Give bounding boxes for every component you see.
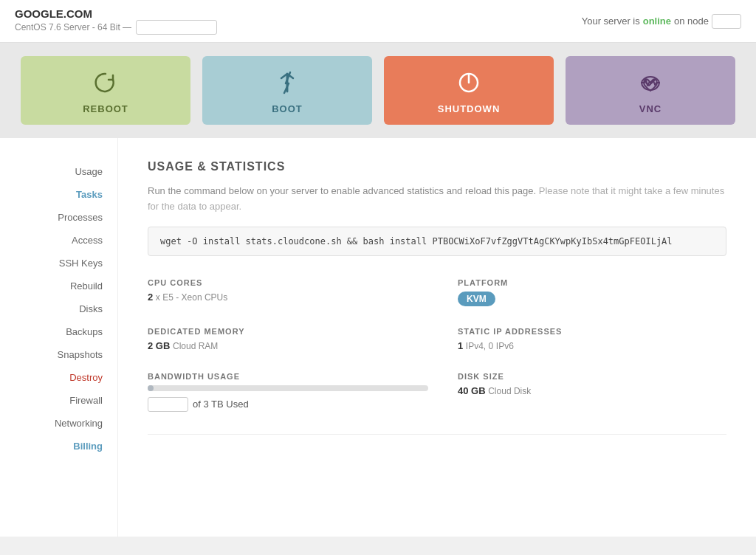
sidebar: Usage Tasks Processes Access SSH Keys Re… — [0, 138, 118, 537]
sidebar-item-networking[interactable]: Networking — [0, 412, 117, 435]
vnc-icon — [637, 69, 664, 96]
sidebar-item-snapshots[interactable]: Snapshots — [0, 343, 117, 366]
platform-badge: KVM — [458, 292, 495, 306]
action-buttons-row: REBOOT BOOT SHUTDOWN VNC — [0, 43, 756, 138]
status-online: online — [643, 15, 671, 27]
disk-label: DISK SIZE — [458, 372, 726, 381]
section-title: USAGE & STATISTICS — [148, 160, 726, 173]
sidebar-item-rebuild[interactable]: Rebuild — [0, 275, 117, 297]
description-main: Run the command below on your server to … — [148, 185, 536, 196]
sidebar-item-usage[interactable]: Usage — [0, 160, 117, 183]
server-info: CentOS 7.6 Server - 64 Bit — — [15, 20, 217, 35]
description: Run the command below on your server to … — [148, 184, 726, 215]
sidebar-item-destroy[interactable]: Destroy — [0, 366, 117, 389]
bandwidth-bar-track — [148, 385, 428, 391]
bandwidth-input[interactable] — [148, 397, 188, 412]
ip-ipv6: IPv6 — [496, 341, 514, 351]
sidebar-item-backups[interactable]: Backups — [0, 320, 117, 343]
bandwidth-used: of 3 TB Used — [148, 397, 428, 412]
content-area: USAGE & STATISTICS Run the command below… — [118, 138, 756, 537]
disk-number: 40 GB — [458, 385, 486, 396]
memory-unit: Cloud RAM — [173, 341, 218, 351]
command-box[interactable]: wget -O install stats.cloudcone.sh && ba… — [148, 227, 726, 256]
cpu-cores-unit: x E5 - Xeon CPUs — [156, 292, 227, 303]
sidebar-item-billing[interactable]: Billing — [0, 435, 117, 458]
boot-button[interactable]: BOOT — [202, 56, 372, 125]
reboot-button[interactable]: REBOOT — [21, 56, 190, 125]
sidebar-item-processes[interactable]: Processes — [0, 206, 117, 229]
cpu-cores-label: CPU CORES — [148, 278, 428, 287]
ip-label: STATIC IP ADDRESSES — [458, 327, 726, 336]
bandwidth-label: BANDWIDTH USAGE — [148, 372, 428, 381]
reboot-icon — [92, 69, 119, 96]
stat-disk: DISK SIZE 40 GB Cloud Disk — [458, 372, 726, 412]
boot-label: BOOT — [272, 103, 303, 114]
memory-label: DEDICATED MEMORY — [148, 327, 428, 336]
top-bar-right: Your server is online on node — [582, 14, 741, 29]
platform-value: KVM — [458, 292, 726, 306]
stat-cpu-cores: CPU CORES 2 x E5 - Xeon CPUs — [148, 278, 428, 306]
main-container: Usage Tasks Processes Access SSH Keys Re… — [0, 138, 756, 537]
ip-value: 1 IPv4, 0 IPv6 — [458, 340, 726, 351]
memory-number: 2 GB — [148, 340, 170, 351]
sidebar-item-tasks[interactable]: Tasks — [0, 183, 117, 206]
node-input[interactable] — [712, 14, 741, 29]
server-name-input[interactable] — [136, 20, 217, 35]
shutdown-label: SHUTDOWN — [438, 103, 501, 114]
status-text: Your server is — [582, 15, 640, 27]
top-bar-left: GOOGLE.COM CentOS 7.6 Server - 64 Bit — — [15, 7, 217, 35]
site-name: GOOGLE.COM — [15, 7, 217, 20]
boot-icon — [274, 69, 300, 96]
stat-memory: DEDICATED MEMORY 2 GB Cloud RAM — [148, 327, 428, 351]
ip-number: 1 — [458, 340, 463, 351]
disk-value: 40 GB Cloud Disk — [458, 385, 726, 396]
cpu-cores-number: 2 — [148, 292, 153, 303]
memory-value: 2 GB Cloud RAM — [148, 340, 428, 351]
cpu-cores-value: 2 x E5 - Xeon CPUs — [148, 292, 428, 303]
shutdown-icon — [456, 69, 482, 96]
sidebar-item-ssh-keys[interactable]: SSH Keys — [0, 252, 117, 275]
reboot-label: REBOOT — [83, 103, 128, 114]
server-info-text: CentOS 7.6 Server - 64 Bit — — [15, 22, 131, 32]
sidebar-item-access[interactable]: Access — [0, 229, 117, 252]
stats-grid: CPU CORES 2 x E5 - Xeon CPUs PLATFORM KV… — [148, 278, 726, 412]
bandwidth-bar-fill — [148, 385, 154, 391]
disk-unit: Cloud Disk — [488, 386, 531, 396]
ip-ipv4: IPv4, 0 — [466, 341, 493, 351]
sidebar-item-firewall[interactable]: Firewall — [0, 389, 117, 412]
top-bar: GOOGLE.COM CentOS 7.6 Server - 64 Bit — … — [0, 0, 756, 43]
bandwidth-bar-container: of 3 TB Used — [148, 385, 428, 412]
platform-label: PLATFORM — [458, 278, 726, 287]
content-divider — [148, 434, 726, 435]
stat-ip: STATIC IP ADDRESSES 1 IPv4, 0 IPv6 — [458, 327, 726, 351]
stat-bandwidth: BANDWIDTH USAGE of 3 TB Used — [148, 372, 428, 412]
node-text: on node — [674, 15, 709, 27]
shutdown-button[interactable]: SHUTDOWN — [384, 56, 554, 125]
vnc-button[interactable]: VNC — [566, 56, 735, 125]
stat-platform: PLATFORM KVM — [458, 278, 726, 306]
bandwidth-of: of 3 TB Used — [193, 399, 249, 410]
vnc-label: VNC — [639, 103, 662, 114]
sidebar-item-disks[interactable]: Disks — [0, 297, 117, 320]
